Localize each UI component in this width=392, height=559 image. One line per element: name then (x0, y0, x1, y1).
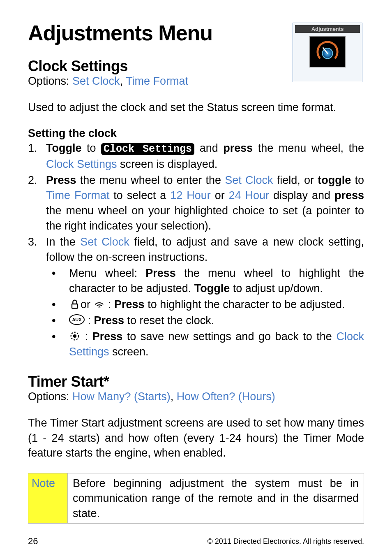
note-label: Note (28, 473, 68, 523)
aux-button-icon: AUX (69, 314, 85, 325)
copyright-text: © 2011 Directed Electronics. All rights … (208, 537, 364, 546)
setting-the-clock-heading: Setting the clock (28, 127, 364, 140)
clock-settings-chip: Clock Settings (101, 143, 194, 155)
page-number: 26 (28, 536, 38, 547)
list-item: 2. Press the menu wheel to enter the Set… (28, 173, 364, 234)
thumbnail-dial-icon (309, 36, 346, 67)
lock-icon (69, 298, 81, 310)
timer-start-description: The Timer Start adjustment screens are u… (28, 415, 364, 460)
timer-start-options: Options: How Many? (Starts), How Often? … (28, 390, 364, 403)
list-item: • Menu wheel: Press the menu wheel to hi… (46, 266, 364, 296)
svg-rect-2 (72, 304, 78, 308)
thumbnail-title: Adjustments (295, 25, 360, 33)
clock-instructions-list: 1. Toggle to Clock Settings and press th… (28, 141, 364, 360)
note-text: Before beginning adjustment the system m… (68, 473, 364, 523)
list-item: 3. In the Set Clock field, to adjust and… (28, 234, 364, 360)
signal-icon (94, 298, 105, 310)
sub-bullet-list: • Menu wheel: Press the menu wheel to hi… (46, 266, 364, 360)
note-box: Note Before beginning adjustment the sys… (28, 473, 364, 524)
clock-settings-description: Used to adjust the clock and set the Sta… (28, 100, 364, 115)
list-item: 1. Toggle to Clock Settings and press th… (28, 141, 364, 172)
list-item: • : Press to save new settings and go ba… (46, 329, 364, 360)
page-footer: 26 © 2011 Directed Electronics. All righ… (28, 536, 364, 547)
list-item: • AUX : Press to reset the clock. (46, 313, 364, 328)
adjustments-thumbnail: Adjustments (293, 23, 362, 82)
list-item: • or : Press to highlight the character … (46, 297, 364, 312)
timer-start-heading: Timer Start* (28, 373, 364, 390)
function-icon (69, 330, 81, 342)
svg-point-4 (74, 335, 76, 337)
